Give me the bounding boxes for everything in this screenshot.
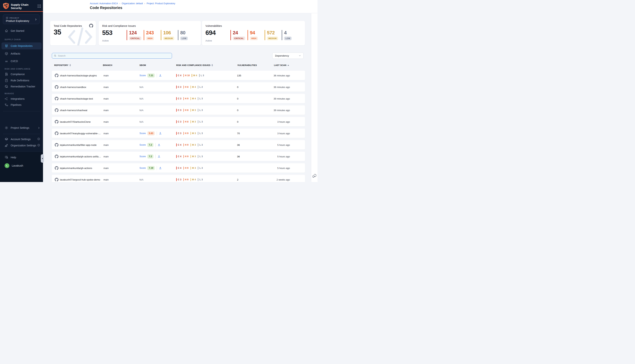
table-row[interactable]: shash-harness/sandbox main N/A Score N/A… (52, 82, 305, 92)
download-sbom-button[interactable] (159, 166, 162, 170)
dependency-filter-select[interactable]: Dependency (272, 52, 304, 59)
project-selector[interactable]: PROJECT Product Exploratory (3, 14, 40, 24)
column-header-last-scan[interactable]: LAST SCAN (274, 64, 289, 66)
repo-name[interactable]: lavakush07/StarbucksClone (60, 120, 91, 123)
sidebar-collapse-handle[interactable] (41, 154, 44, 163)
sbom-score-link[interactable]: Score (140, 166, 146, 169)
low-chip: L3 (198, 155, 203, 158)
sidebar-item-get-started[interactable]: Get Started (0, 28, 43, 34)
vulnerabilities-card: Vulnerabilities 694 Active 24 CRITICAL 9… (202, 21, 305, 45)
sbom-cell: N/A Score N/A (140, 97, 144, 100)
vulnerability-count: 2 (237, 178, 239, 181)
medium-chip: M3 (191, 120, 196, 123)
last-scan-time: 5 hours ago (277, 144, 290, 146)
page-title: Code Repositories (90, 6, 122, 10)
repo-name[interactable]: shash-harness/backstage-test (60, 97, 93, 100)
repo-name[interactable]: shash-harness/backstage-plugins (60, 74, 97, 77)
risk-total-value: 553 (102, 29, 112, 36)
sbom-score-link[interactable]: Score (140, 132, 146, 134)
repo-name[interactable]: shash-harness/shashwat (60, 109, 87, 112)
medium-chip: M4 (191, 178, 196, 181)
breadcrumb-organization-link[interactable]: Organization: default (122, 2, 143, 5)
download-sbom-button[interactable] (158, 155, 161, 158)
chat-support-icon[interactable] (312, 173, 317, 178)
branch-name: main (104, 178, 109, 181)
repo-name[interactable]: tejakummarikuntla/gh-actions-artifacts (60, 155, 101, 158)
medium-chip: M3 (191, 166, 196, 170)
sbom-na-value: N/A (140, 178, 144, 181)
section-supply-chain: SUPPLY CHAIN (5, 38, 21, 40)
sbom-score-badge: 7.19 (147, 166, 155, 170)
sidebar-item-project-settings[interactable]: Project Settings (0, 124, 43, 131)
document-search-icon (5, 72, 8, 76)
repo-name[interactable]: shash-harness/sandbox (60, 86, 86, 88)
download-sbom-button[interactable] (158, 143, 161, 146)
branch-name: main (104, 109, 109, 112)
sidebar-item-rule-definitions[interactable]: Rule Definitions (0, 77, 43, 84)
risk-issue-chips: C3 H9 M4 L3 (176, 97, 203, 100)
download-sbom-button[interactable] (159, 74, 162, 77)
app-switcher-icon[interactable] (38, 4, 41, 8)
info-icon[interactable] (37, 138, 40, 141)
sbom-na-value: N/A (140, 109, 144, 112)
sidebar-item-organization-settings[interactable]: Organization Settings (0, 142, 43, 149)
table-row[interactable]: shash-harness/shashwat main N/A Score N/… (52, 106, 305, 115)
table-row[interactable]: lavakush07/StarbucksClone main N/A Score… (52, 117, 305, 126)
table-row[interactable]: shash-harness/backstage-test main N/A Sc… (52, 94, 305, 103)
repo-name[interactable]: tejakummarikuntla/gh-actions (60, 166, 92, 169)
sbom-score-link[interactable]: Score (140, 144, 146, 146)
risk-issue-chips: C4 H9 M3 L3 (176, 144, 203, 146)
repo-name[interactable]: lavakush07/argocd-hub-spoke-demo (60, 178, 100, 181)
breadcrumb: Account: Automation-SSCA › Organization:… (90, 2, 175, 5)
column-header-vulnerabilities[interactable]: VULNERABILITIES (237, 64, 257, 66)
artifact-box-icon (5, 52, 8, 56)
sidebar-item-pipelines[interactable]: Pipelines (0, 102, 43, 108)
search-input[interactable] (58, 54, 170, 57)
share-nodes-icon (5, 97, 8, 101)
breadcrumb-project-link[interactable]: Project: Product Exploratory (147, 2, 175, 5)
table-row[interactable]: tejakummarikuntla/gh-actions main 7.19 S… (52, 163, 305, 173)
severity-high: 94 HIGH (248, 30, 258, 40)
layers-gear-icon (5, 137, 8, 141)
severity-badge: CRITICAL (233, 36, 245, 40)
column-header-repository[interactable]: REPOSITORY (54, 64, 71, 66)
critical-chip: C3 (176, 120, 181, 123)
sidebar-item-compliance[interactable]: Compliance (0, 71, 43, 78)
medium-chip: M3 (191, 155, 196, 158)
sbom-score-link[interactable]: Score (140, 74, 146, 77)
download-sbom-button[interactable] (159, 132, 162, 135)
column-header-risk[interactable]: RISK AND COMPLIANCE ISSUES (176, 64, 213, 66)
app-logo-row: Supply Chain Security (3, 2, 41, 10)
table-row[interactable]: tejakummarikuntla/gh-actions-artifacts m… (52, 152, 305, 161)
table-row[interactable]: tejakummarikuntla/filler-app-node main 7… (52, 140, 305, 150)
repo-name[interactable]: tejakummarikuntla/filler-app-node (60, 144, 97, 146)
branch-name: main (104, 132, 109, 134)
user-menu[interactable]: L Lavakush (0, 162, 43, 169)
table-row[interactable]: lavakush07/easybuggy-vulnerable-app... m… (52, 128, 305, 138)
sbom-score-link[interactable]: Score (140, 155, 146, 158)
github-icon (55, 166, 59, 170)
table-row[interactable]: shash-harness/backstage-plugins main 7.2… (52, 71, 305, 80)
table-header: REPOSITORY BRANCH SBOM RISK AND COMPLIAN… (52, 64, 305, 68)
help-button[interactable]: Help (0, 154, 43, 161)
breadcrumb-account-link[interactable]: Account: Automation-SSCA (90, 2, 118, 5)
branch-name: main (104, 86, 109, 88)
severity-low: 4 LOW (282, 30, 292, 40)
risk-issue-chips: C3 H8 M3 L3 (176, 120, 203, 123)
risk-issue-chips: C3 H8 M3 L3 (176, 109, 203, 112)
sidebar-item-code-repositories[interactable]: Code Repositories (2, 42, 42, 50)
sidebar-item-account-settings[interactable]: Account Settings (0, 136, 43, 142)
home-icon (5, 29, 8, 33)
app-title: Supply Chain Security (11, 2, 30, 10)
table-row[interactable]: lavakush07/argocd-hub-spoke-demo main N/… (52, 175, 305, 182)
sidebar-item-artifacts[interactable]: Artifacts (0, 50, 43, 57)
sidebar-item-integrations[interactable]: Integrations (0, 96, 43, 102)
last-scan-time: 3 hours ago (277, 132, 290, 134)
sidebar-item-remediation-tracker[interactable]: Remediation Tracker (0, 83, 43, 90)
column-header-sbom[interactable]: SBOM (140, 64, 146, 66)
sidebar-item-cicd[interactable]: ∞ CI/CD (0, 58, 43, 64)
medium-chip: M4 (191, 97, 196, 100)
column-header-branch[interactable]: BRANCH (103, 64, 112, 66)
repo-name[interactable]: lavakush07/easybuggy-vulnerable-app... (60, 132, 101, 134)
info-icon[interactable] (37, 144, 40, 147)
